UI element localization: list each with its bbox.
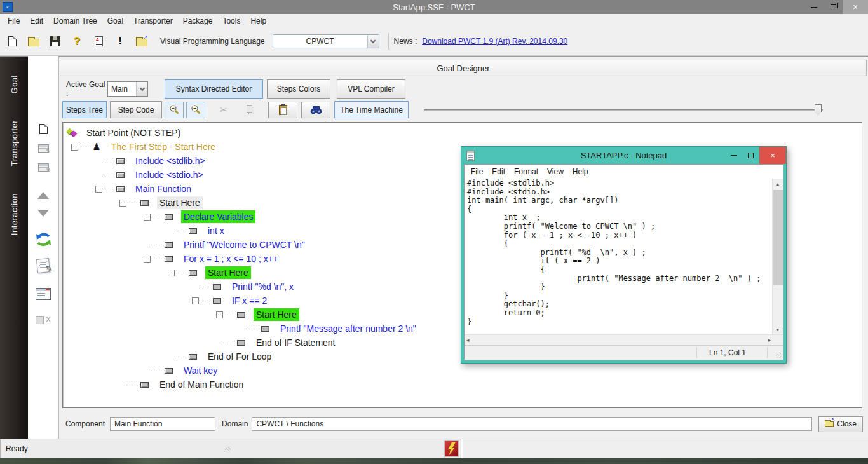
pencil-mark-icon: ✎ (46, 148, 51, 154)
notepad-horizontal-scrollbar[interactable]: ◂ ▸ (465, 334, 783, 345)
resize-grip-icon[interactable] (776, 353, 781, 358)
move-up-button[interactable] (34, 187, 53, 203)
menu-item-file[interactable]: File (3, 15, 25, 27)
zoom-out-button[interactable] (186, 102, 205, 118)
scroll-right-icon[interactable]: ▸ (768, 337, 771, 343)
open-folder-icon (28, 39, 39, 46)
restore-button[interactable] (824, 0, 843, 14)
vpl-select[interactable]: CPWCT (273, 34, 379, 48)
save-button[interactable] (46, 32, 65, 51)
notepad-text-area[interactable]: #include <stdlib.h> #include <stdio.h> i… (465, 179, 772, 334)
x-letter-icon: X (46, 315, 51, 324)
news-download-link[interactable]: Download PWCT 1.9 (Art) Rev. 2014.09.30 (422, 37, 567, 46)
checkbox-x-button[interactable]: X (34, 311, 53, 328)
status-ready-text: Ready (6, 444, 28, 453)
refresh-icon (35, 231, 52, 248)
slider-thumb[interactable] (815, 104, 822, 116)
goal-close-button[interactable]: Close (818, 416, 863, 432)
minimize-icon (811, 7, 817, 8)
step-box-icon (165, 368, 173, 374)
find-button[interactable] (301, 102, 330, 118)
open-file-button[interactable] (24, 32, 43, 51)
vpl-compiler-button[interactable]: VPL Compiler (337, 79, 405, 99)
move-down-button[interactable] (34, 205, 53, 221)
tree-expander-icon[interactable] (192, 297, 199, 304)
zoom-out-icon (191, 104, 201, 115)
window-controls: × (804, 0, 868, 14)
report-button[interactable]: A (89, 32, 108, 51)
cut-button[interactable]: ✂ (213, 102, 234, 118)
new-note-button[interactable] (34, 121, 53, 137)
scroll-left-icon[interactable]: ◂ (466, 337, 470, 343)
sidebar-tab-goal[interactable]: Goal (10, 75, 19, 93)
minimize-button[interactable] (804, 0, 824, 14)
tree-expander-icon[interactable] (71, 144, 78, 151)
copy-button[interactable] (240, 102, 262, 118)
delete-grid-button[interactable]: ✕ (34, 159, 53, 175)
domain-input[interactable] (252, 417, 812, 431)
tree-node[interactable]: Wait key (63, 364, 862, 378)
notepad-menu-item-help[interactable]: Help (568, 166, 593, 177)
notepad-title-bar[interactable]: STARTAPP.c - Notepad × (461, 147, 786, 164)
tree-expander-icon[interactable] (144, 256, 151, 263)
vpl-language-label: Visual Programming Language (160, 37, 265, 46)
steps-tree-button[interactable]: Steps Tree (62, 101, 107, 118)
dropdown-arrow-icon[interactable] (367, 35, 379, 48)
notepad-minimize-button[interactable] (725, 147, 742, 164)
syntax-directed-editor-button[interactable]: Syntax Directed Editor (165, 79, 263, 99)
notepad-menu-item-file[interactable]: File (466, 166, 487, 177)
notepad-close-button[interactable]: × (759, 147, 786, 164)
notepad-menu-item-format[interactable]: Format (510, 166, 543, 177)
menu-item-tools[interactable]: Tools (217, 15, 245, 27)
pen-icon: ✎ (46, 264, 53, 274)
tree-node-label: End of Main Function (157, 378, 246, 391)
run-button[interactable]: ! (111, 32, 130, 51)
refresh-button[interactable] (34, 230, 53, 249)
zoom-in-button[interactable] (165, 102, 184, 118)
steps-colors-button[interactable]: Steps Colors (267, 79, 330, 99)
notepad-menu-item-edit[interactable]: Edit (487, 166, 510, 177)
paste-button[interactable] (268, 102, 297, 118)
vertical-scroll-thumb[interactable] (773, 190, 783, 285)
help-button[interactable]: ? (67, 32, 86, 51)
edit-note-button[interactable]: ✎ (34, 256, 53, 276)
tree-slider[interactable] (424, 104, 823, 116)
menu-item-domain-tree[interactable]: Domain Tree (48, 15, 102, 27)
notepad-status-bar: Ln 1, Col 1 (465, 345, 783, 360)
tree-expander-icon[interactable] (144, 214, 151, 221)
form-designer-button[interactable] (34, 285, 53, 303)
time-machine-button[interactable]: The Time Machine (334, 101, 409, 118)
new-file-button[interactable] (3, 32, 22, 51)
notepad-maximize-button[interactable] (742, 147, 759, 164)
tree-expander-icon[interactable] (119, 200, 126, 207)
active-goal-select[interactable]: Main (107, 81, 148, 97)
status-bar: Ready (0, 439, 461, 458)
scroll-down-icon[interactable]: ▾ (773, 324, 783, 334)
edit-grid-icon: ✎ (38, 144, 49, 153)
tree-node[interactable]: Start Point (NOT STEP) (63, 126, 862, 140)
sidebar-tab-transporter[interactable]: Transporter (10, 120, 19, 166)
sidebar-tab-interaction[interactable]: Interaction (10, 193, 19, 235)
component-input[interactable] (110, 417, 215, 431)
dropdown-arrow-icon[interactable] (136, 82, 147, 96)
notepad-vertical-scrollbar[interactable]: ▴ ▾ (772, 179, 783, 334)
close-button[interactable]: × (843, 0, 868, 14)
edit-grid-button[interactable]: ✎ (34, 140, 53, 156)
menu-item-package[interactable]: Package (178, 15, 218, 27)
scroll-up-icon[interactable]: ▴ (773, 179, 783, 189)
folder-up-button[interactable]: ↗ (132, 32, 151, 51)
tree-expander-icon[interactable] (216, 311, 223, 318)
notepad-menu-item-view[interactable]: View (543, 166, 568, 177)
goal-designer-header: Goal Designer (60, 60, 867, 76)
menu-item-help[interactable]: Help (245, 15, 271, 27)
menu-item-goal[interactable]: Goal (102, 15, 128, 27)
tree-node[interactable]: End of Main Function (63, 378, 862, 392)
tree-expander-icon[interactable] (95, 186, 102, 193)
tree-expander-icon[interactable] (168, 270, 175, 276)
menu-item-edit[interactable]: Edit (25, 15, 48, 27)
tree-node-label: Start Here (254, 308, 299, 321)
tree-node-label: Printf "Welcome to CPWCT \n" (181, 238, 308, 251)
taskbar-strip (0, 458, 868, 464)
menu-item-transporter[interactable]: Transporter (128, 15, 178, 27)
step-code-button[interactable]: Step Code (110, 101, 162, 118)
